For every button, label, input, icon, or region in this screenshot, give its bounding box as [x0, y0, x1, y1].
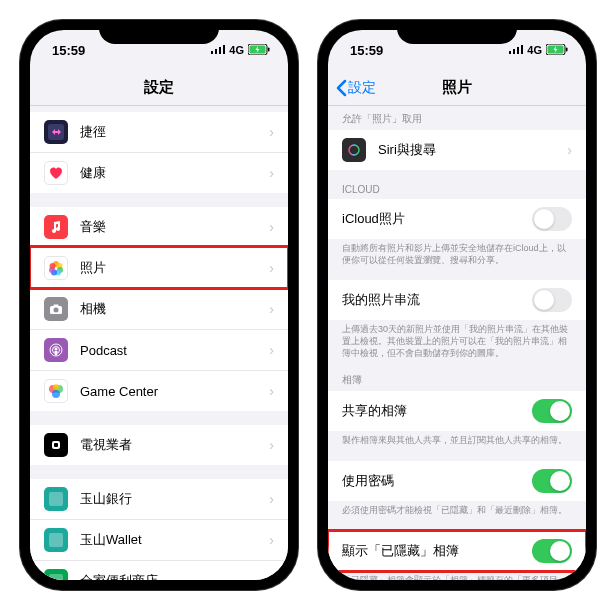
svg-point-23 [52, 390, 60, 398]
app-icon [44, 528, 68, 552]
settings-row[interactable]: 玉山Wallet› [30, 519, 288, 560]
row-label: 照片 [80, 259, 269, 277]
settings-row[interactable]: Podcast› [30, 329, 288, 370]
row-label: iCloud照片 [342, 210, 532, 228]
phone-left: 15:59 4G 設定 捷徑›健康›音樂›照片›相機›Podcast›Game … [20, 20, 298, 590]
row-label: 捷徑 [80, 123, 269, 141]
settings-row[interactable]: 捷徑› [30, 112, 288, 152]
page-title: 照片 [442, 78, 472, 97]
settings-row[interactable]: 音樂› [30, 207, 288, 247]
svg-point-20 [55, 348, 58, 351]
chevron-icon: › [269, 124, 274, 140]
section-header: ICLOUD [328, 184, 586, 199]
tvprovider-icon [44, 433, 68, 457]
row-label: 玉山銀行 [80, 490, 269, 508]
gamecenter-icon [44, 379, 68, 403]
settings-row[interactable]: 相機› [30, 288, 288, 329]
siri-icon [342, 138, 366, 162]
row-label: 全家便利商店 [80, 572, 269, 580]
row-label: 玉山Wallet [80, 531, 269, 549]
chevron-icon: › [269, 165, 274, 181]
status-right: 4G [509, 44, 568, 57]
settings-row[interactable]: 玉山銀行› [30, 479, 288, 519]
settings-row[interactable]: Game Center› [30, 370, 288, 411]
phone-right: 15:59 4G 設定 照片 允許「照片」取用Siri與搜尋›ICLOUDiCl… [318, 20, 596, 590]
section-header: 允許「照片」取用 [328, 112, 586, 130]
status-right: 4G [211, 44, 270, 57]
svg-rect-27 [49, 492, 63, 506]
health-icon [44, 161, 68, 185]
chevron-icon: › [567, 142, 572, 158]
battery-icon [248, 44, 270, 57]
toggle-switch[interactable] [532, 539, 572, 563]
nav-bar: 設定 [30, 70, 288, 106]
chevron-icon: › [269, 491, 274, 507]
row-label: Game Center [80, 384, 269, 399]
settings-row[interactable]: 共享的相簿 [328, 391, 586, 431]
photos-icon [44, 256, 68, 280]
section-footer: 製作相簿來與其他人共享，並且訂閱其他人共享的相簿。 [328, 431, 586, 447]
photos-settings[interactable]: 允許「照片」取用Siri與搜尋›ICLOUDiCloud照片自動將所有照片和影片… [328, 106, 586, 580]
svg-rect-34 [513, 49, 515, 54]
settings-row[interactable]: Siri與搜尋› [328, 130, 586, 170]
screen-left: 15:59 4G 設定 捷徑›健康›音樂›照片›相機›Podcast›Game … [30, 30, 288, 580]
settings-row[interactable]: 使用密碼 [328, 461, 586, 501]
podcast-icon [44, 338, 68, 362]
settings-row[interactable]: 顯示「已隱藏」相簿 [328, 531, 586, 571]
settings-row[interactable]: 照片› [30, 247, 288, 288]
chevron-icon: › [269, 219, 274, 235]
row-label: 音樂 [80, 218, 269, 236]
settings-row[interactable]: iCloud照片 [328, 199, 586, 239]
svg-rect-2 [219, 47, 221, 54]
settings-row[interactable]: 我的照片串流 [328, 280, 586, 320]
svg-rect-36 [521, 45, 523, 54]
section-footer: 必須使用密碼才能檢視「已隱藏」和「最近刪除」相簿。 [328, 501, 586, 517]
settings-row[interactable]: 全家便利商店› [30, 560, 288, 580]
svg-rect-16 [54, 305, 59, 307]
signal-icon [211, 44, 225, 56]
row-label: 共享的相簿 [342, 402, 532, 420]
toggle-switch[interactable] [532, 399, 572, 423]
svg-rect-35 [517, 47, 519, 54]
music-icon [44, 215, 68, 239]
chevron-icon: › [269, 301, 274, 317]
chevron-icon: › [269, 342, 274, 358]
settings-row[interactable]: 電視業者› [30, 425, 288, 465]
settings-row[interactable]: 健康› [30, 152, 288, 193]
row-label: 健康 [80, 164, 269, 182]
camera-icon [44, 297, 68, 321]
row-label: 我的照片串流 [342, 291, 532, 309]
svg-rect-1 [215, 49, 217, 54]
toggle-switch[interactable] [532, 207, 572, 231]
svg-rect-26 [54, 443, 58, 447]
notch [397, 20, 517, 44]
toggle-switch[interactable] [532, 469, 572, 493]
shortcuts-icon [44, 120, 68, 144]
section-footer: 「已隱藏」相簿會顯示於「相簿」標籤頁的「更多項目」中。 [328, 571, 586, 580]
section-footer: 上傳過去30天的新照片並使用「我的照片串流」在其他裝置上檢視。其他裝置上的照片可… [328, 320, 586, 359]
settings-list[interactable]: 捷徑›健康›音樂›照片›相機›Podcast›Game Center›電視業者›… [30, 106, 288, 580]
toggle-switch[interactable] [532, 288, 572, 312]
chevron-icon: › [269, 573, 274, 580]
svg-rect-28 [49, 533, 63, 547]
screen-right: 15:59 4G 設定 照片 允許「照片」取用Siri與搜尋›ICLOUDiCl… [328, 30, 586, 580]
svg-rect-6 [268, 47, 270, 51]
status-time: 15:59 [52, 43, 85, 58]
svg-rect-3 [223, 45, 225, 54]
svg-rect-0 [211, 51, 213, 54]
section-footer: 自動將所有照片和影片上傳並安全地儲存在iCloud上，以便你可以從任何裝置瀏覽、… [328, 239, 586, 266]
app-icon [44, 487, 68, 511]
section-header: 相簿 [328, 373, 586, 391]
chevron-icon: › [269, 383, 274, 399]
notch [99, 20, 219, 44]
page-title: 設定 [144, 78, 174, 97]
svg-rect-33 [509, 51, 511, 54]
back-button[interactable]: 設定 [336, 79, 376, 97]
row-label: Siri與搜尋 [378, 141, 567, 159]
row-label: 電視業者 [80, 436, 269, 454]
row-label: 顯示「已隱藏」相簿 [342, 542, 532, 560]
row-label: 相機 [80, 300, 269, 318]
svg-rect-29 [49, 574, 63, 580]
battery-icon [546, 44, 568, 57]
svg-point-14 [50, 263, 56, 269]
